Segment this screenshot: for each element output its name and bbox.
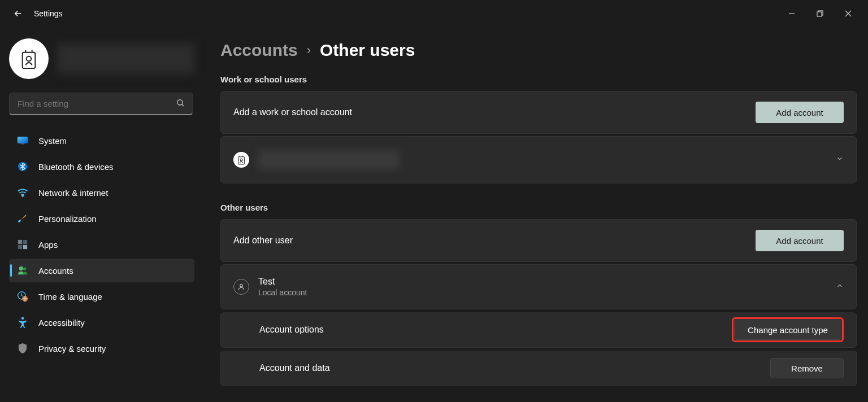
nav-label: Network & internet <box>38 188 108 198</box>
highlight-annotation: Change account type <box>732 317 844 342</box>
nav-label: System <box>38 136 67 146</box>
nav-accounts[interactable]: Accounts <box>9 259 194 282</box>
clock-globe-icon <box>17 291 28 302</box>
shield-icon <box>17 343 28 354</box>
svg-point-20 <box>240 159 242 161</box>
svg-point-4 <box>177 99 183 104</box>
svg-rect-13 <box>23 245 27 249</box>
row-label: Add a work or school account <box>233 107 747 117</box>
breadcrumb: Accounts › Other users <box>220 41 857 60</box>
user-subtitle: Local account <box>258 288 827 297</box>
badge-icon <box>233 152 249 168</box>
svg-point-21 <box>240 284 243 287</box>
nav-time-language[interactable]: Time & language <box>9 285 194 308</box>
nav-label: Personalization <box>38 214 97 224</box>
svg-rect-1 <box>817 12 822 16</box>
svg-point-9 <box>22 195 24 197</box>
svg-rect-2 <box>23 53 36 68</box>
nav-label: Bluetooth & devices <box>38 162 114 172</box>
search-input[interactable] <box>18 99 176 108</box>
section-other-users: Other users Add other user Add account T… <box>220 203 857 386</box>
account-data-row: Account and data Remove <box>220 350 857 386</box>
section-title: Work or school users <box>220 75 857 84</box>
change-account-type-button[interactable]: Change account type <box>734 320 841 340</box>
nav-personalization[interactable]: Personalization <box>9 207 194 230</box>
profile-block[interactable] <box>9 38 194 79</box>
accessibility-icon <box>17 317 28 328</box>
search-icon <box>176 98 185 110</box>
row-label: Account options <box>259 325 723 335</box>
breadcrumb-current: Other users <box>320 41 415 60</box>
svg-point-15 <box>23 268 26 270</box>
minimize-button[interactable] <box>779 5 805 23</box>
maximize-button[interactable] <box>807 5 833 23</box>
nav-label: Apps <box>38 240 58 250</box>
svg-rect-10 <box>18 240 22 244</box>
other-user-row[interactable]: Test Local account <box>220 264 857 309</box>
section-title: Other users <box>220 203 857 212</box>
section-work-school: Work or school users Add a work or schoo… <box>220 75 857 183</box>
nav-bluetooth[interactable]: Bluetooth & devices <box>9 155 194 178</box>
nav-privacy[interactable]: Privacy & security <box>9 337 194 360</box>
row-label: Add other user <box>233 235 747 246</box>
user-name: Test <box>258 277 827 287</box>
search-box[interactable] <box>9 93 193 115</box>
main-content: Accounts › Other users Work or school us… <box>203 27 868 402</box>
nav-apps[interactable]: Apps <box>9 233 194 256</box>
nav-network[interactable]: Network & internet <box>9 181 194 204</box>
breadcrumb-parent[interactable]: Accounts <box>220 41 298 60</box>
avatar <box>9 38 49 79</box>
system-icon <box>17 135 28 146</box>
nav-system[interactable]: System <box>9 129 194 152</box>
nav-label: Accounts <box>38 266 73 276</box>
chevron-right-icon: › <box>307 43 311 58</box>
svg-point-14 <box>19 266 23 270</box>
svg-rect-11 <box>23 240 27 244</box>
work-account-row[interactable] <box>220 136 857 183</box>
remove-account-button[interactable]: Remove <box>770 358 844 378</box>
close-button[interactable] <box>835 5 861 23</box>
wifi-icon <box>17 187 28 198</box>
nav-list: System Bluetooth & devices Network & int… <box>9 129 194 360</box>
svg-point-3 <box>27 56 32 62</box>
nav-label: Privacy & security <box>38 344 106 353</box>
svg-rect-7 <box>21 143 25 145</box>
nav-label: Time & language <box>38 292 102 302</box>
chevron-down-icon[interactable] <box>836 155 844 165</box>
row-label: Account and data <box>259 363 761 373</box>
chevron-up-icon[interactable] <box>836 282 844 292</box>
brush-icon <box>17 213 28 224</box>
bluetooth-icon <box>17 161 28 172</box>
add-other-user-row: Add other user Add account <box>220 219 857 262</box>
add-work-account-button[interactable]: Add account <box>756 102 844 123</box>
work-account-name-redacted <box>258 150 400 169</box>
back-button[interactable] <box>7 2 29 25</box>
accounts-icon <box>17 265 28 276</box>
nav-accessibility[interactable]: Accessibility <box>9 311 194 334</box>
nav-label: Accessibility <box>38 318 85 327</box>
person-icon <box>233 279 249 295</box>
sidebar: System Bluetooth & devices Network & int… <box>0 27 203 402</box>
add-other-user-button[interactable]: Add account <box>756 230 844 251</box>
app-title: Settings <box>34 9 63 18</box>
svg-rect-12 <box>18 245 22 249</box>
svg-rect-6 <box>18 137 28 143</box>
profile-name-redacted <box>58 43 194 74</box>
account-options-row: Account options Change account type <box>220 312 857 348</box>
svg-rect-19 <box>238 157 245 164</box>
add-work-account-row: Add a work or school account Add account <box>220 91 857 134</box>
svg-point-18 <box>21 317 24 320</box>
apps-icon <box>17 239 28 250</box>
